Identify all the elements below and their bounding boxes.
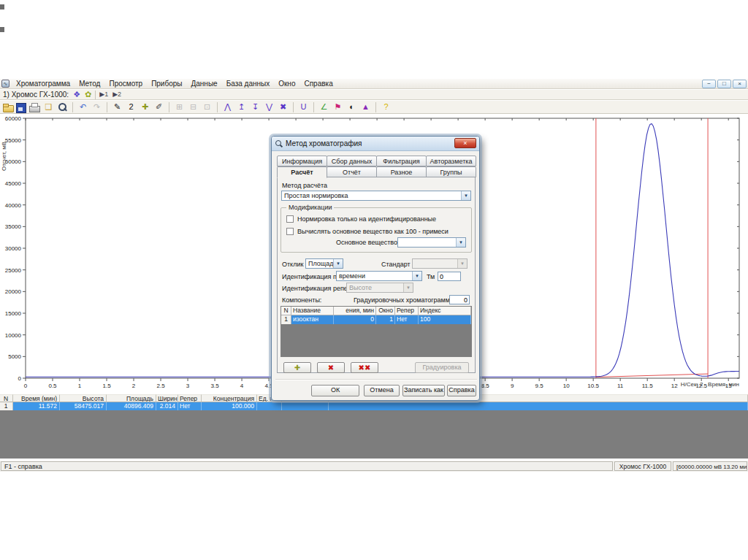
main-substance-100-checkbox[interactable] bbox=[286, 228, 294, 235]
mdi-close-button[interactable]: × bbox=[733, 80, 747, 88]
add-component-button[interactable]: ✚ bbox=[283, 362, 311, 373]
separator bbox=[95, 91, 96, 99]
help-icon[interactable]: ? bbox=[380, 101, 392, 113]
chevron-down-icon[interactable]: ▼ bbox=[412, 272, 421, 280]
chevron-down-icon[interactable]: ▼ bbox=[456, 238, 465, 247]
menu-item-help[interactable]: Справка bbox=[299, 80, 337, 88]
search-icon[interactable] bbox=[56, 101, 69, 113]
delete-all-components-button[interactable]: ✖✖ bbox=[351, 362, 378, 373]
tab-авторазметка[interactable]: Авторазметка bbox=[426, 156, 476, 166]
tab-сбор данных[interactable]: Сбор данных bbox=[327, 156, 377, 166]
mdi-restore-button[interactable]: □ bbox=[717, 80, 731, 88]
normalize-identified-checkbox[interactable] bbox=[286, 215, 294, 223]
tab-отчёт[interactable]: Отчёт bbox=[327, 166, 377, 177]
svg-text:10.5: 10.5 bbox=[587, 383, 599, 389]
start-button-1[interactable]: ▶1 bbox=[99, 91, 108, 98]
instrument-label: 1) Хромос ГХ-1000: bbox=[3, 91, 69, 99]
main-substance-combobox[interactable]: ▼ bbox=[397, 237, 466, 248]
tab-информация[interactable]: Информация bbox=[277, 156, 327, 166]
svg-text:25000: 25000 bbox=[5, 267, 22, 274]
toolbar-separator bbox=[169, 102, 169, 112]
hand-icon[interactable]: ✐ bbox=[153, 101, 165, 113]
dialog-close-button[interactable]: × bbox=[454, 138, 476, 148]
cancel-button[interactable]: Отмена bbox=[364, 385, 400, 396]
menu-item-devices[interactable]: Приборы bbox=[147, 80, 186, 88]
identification-combobox[interactable]: времени▼ bbox=[336, 271, 422, 281]
menu-item-view[interactable]: Просмотр bbox=[104, 80, 147, 88]
svg-text:9.5: 9.5 bbox=[535, 383, 544, 389]
dialog-titlebar[interactable]: Метод хроматография × bbox=[272, 137, 479, 151]
components-table[interactable]: NНазваниеения, минОкноРеперИндекс1изоокт… bbox=[280, 306, 472, 357]
peak-delete-icon[interactable]: ✖ bbox=[277, 101, 289, 113]
tab-разное[interactable]: Разное bbox=[376, 166, 427, 177]
response-combobox[interactable]: Площадь▼ bbox=[305, 258, 343, 269]
standard-label: Стандарт bbox=[381, 261, 411, 268]
svg-text:5000: 5000 bbox=[8, 353, 21, 360]
svg-text:1.5: 1.5 bbox=[102, 383, 111, 389]
contrast-icon[interactable]: ◐ bbox=[346, 101, 358, 113]
baseline-icon[interactable]: U bbox=[297, 101, 310, 113]
method-combobox[interactable]: Простая нормировка▼ bbox=[281, 191, 471, 201]
move-cross-icon[interactable]: ✚ bbox=[139, 101, 151, 113]
redo-icon[interactable]: ↷ bbox=[91, 101, 103, 113]
main-substance-100-label[interactable]: Вычислять основное вещество как 100 - пр… bbox=[297, 228, 449, 235]
components-header-cell: Окно bbox=[376, 307, 395, 315]
menu-item-database[interactable]: База данных bbox=[222, 80, 275, 88]
slope-icon[interactable]: ∠ bbox=[318, 101, 330, 113]
components-cell: 0 bbox=[334, 315, 376, 324]
grid-horizontal-icon[interactable]: ⊟ bbox=[187, 101, 199, 113]
svg-text:11: 11 bbox=[617, 383, 624, 389]
tab-фильтрация[interactable]: Фильтрация bbox=[376, 156, 427, 166]
zoom-2-icon[interactable]: 2 bbox=[125, 101, 137, 113]
svg-text:12: 12 bbox=[671, 383, 678, 389]
open-icon[interactable] bbox=[2, 101, 13, 113]
chevron-down-icon[interactable]: ▼ bbox=[333, 259, 343, 268]
svg-text:1: 1 bbox=[78, 383, 82, 389]
delete-component-button[interactable]: ✖ bbox=[317, 362, 345, 373]
pencil-icon[interactable]: ✎ bbox=[111, 101, 123, 113]
results-row[interactable]: 111.57258475.01740896.4092.014Нет100.000 bbox=[0, 402, 748, 410]
calibration-count-input[interactable] bbox=[449, 295, 470, 304]
svg-text:2: 2 bbox=[132, 383, 136, 389]
grid-full-icon[interactable]: ⊞ bbox=[173, 101, 186, 113]
menu-item-data[interactable]: Данные bbox=[187, 80, 222, 88]
grid-cell-icon[interactable]: ⊡ bbox=[201, 101, 213, 113]
components-row[interactable]: 1изооктан01Нет100 bbox=[281, 315, 471, 324]
components-cell: 100 bbox=[419, 315, 471, 324]
save-icon[interactable] bbox=[15, 101, 27, 113]
screen: ∿ ХроматограммаМетодПросмотрПриборыДанны… bbox=[0, 0, 748, 560]
peak-end-icon[interactable]: ⋁ bbox=[263, 101, 275, 113]
copy-icon[interactable]: ❑ bbox=[42, 101, 55, 113]
mdi-minimize-button[interactable]: − bbox=[702, 80, 716, 88]
fill-icon[interactable]: ▲ bbox=[359, 101, 372, 113]
chevron-down-icon[interactable]: ▼ bbox=[461, 191, 470, 200]
tm-input[interactable] bbox=[438, 272, 461, 281]
normalize-identified-label[interactable]: Нормировка только на идентифицированные bbox=[297, 215, 436, 223]
toolbar-separator bbox=[293, 102, 294, 112]
response-label: Отклик bbox=[282, 261, 303, 268]
print-icon[interactable] bbox=[28, 101, 41, 113]
results-cell: Нет bbox=[178, 402, 202, 410]
svg-text:11.5: 11.5 bbox=[642, 383, 654, 389]
tab-группы[interactable]: Группы bbox=[426, 166, 476, 177]
components-cell: 1 bbox=[376, 315, 395, 324]
separator bbox=[275, 379, 477, 380]
help-button[interactable]: Справка bbox=[447, 385, 476, 396]
peak-down-icon[interactable]: ↧ bbox=[249, 101, 262, 113]
menu-item-method[interactable]: Метод bbox=[75, 80, 104, 88]
menu-item-window[interactable]: Окно bbox=[274, 80, 299, 88]
results-cell: 40896.409 bbox=[107, 402, 156, 410]
undo-icon[interactable]: ↶ bbox=[77, 101, 89, 113]
tab-расчёт[interactable]: Расчёт bbox=[277, 166, 327, 178]
method-value: Простая нормировка bbox=[284, 192, 348, 199]
results-header-cell: Ширин bbox=[156, 394, 178, 402]
save-as-button[interactable]: Записать как bbox=[402, 385, 445, 396]
device-icon-2: ✿ bbox=[85, 90, 91, 99]
ok-button[interactable]: ОК bbox=[311, 385, 359, 396]
peak-start-icon[interactable]: ⋀ bbox=[221, 101, 234, 113]
start-button-2[interactable]: ▶2 bbox=[112, 91, 121, 98]
flag-icon[interactable]: ⚑ bbox=[332, 101, 344, 113]
peak-up-icon[interactable]: ↥ bbox=[235, 101, 248, 113]
svg-text:0.5: 0.5 bbox=[48, 383, 57, 389]
menu-item-chromatogram[interactable]: Хроматограмма bbox=[12, 80, 75, 88]
